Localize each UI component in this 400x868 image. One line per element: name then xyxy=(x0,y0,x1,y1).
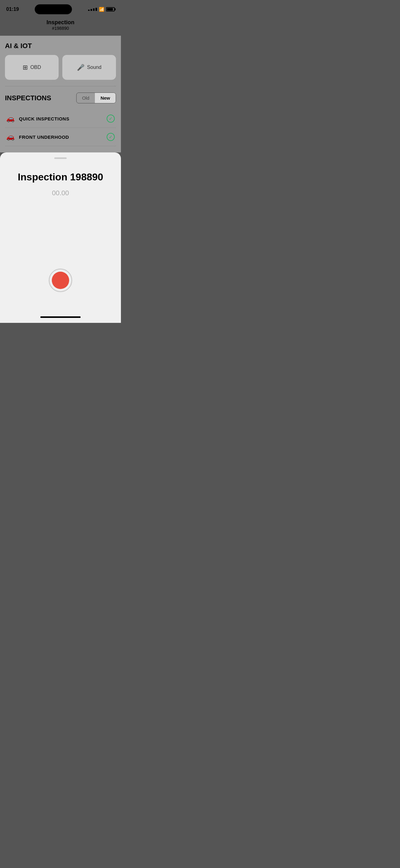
status-bar: 01:19 📶 xyxy=(0,0,121,17)
inspection-number: #198890 xyxy=(6,26,115,31)
new-toggle-button[interactable]: New xyxy=(95,93,116,103)
check-circle-front: ✓ xyxy=(107,133,115,141)
main-content: AI & IOT ⊞ OBD 🎤 Sound INSPECTIONS Old N… xyxy=(0,36,121,152)
record-button-inner xyxy=(52,272,69,289)
quick-inspections-item[interactable]: 🚗 QUICK INSPECTIONS ✓ xyxy=(5,110,116,128)
dynamic-island xyxy=(35,4,72,14)
check-circle-quick: ✓ xyxy=(107,115,115,123)
obd-label: OBD xyxy=(30,65,41,70)
signal-icon xyxy=(88,8,97,11)
page-title: Inspection xyxy=(6,19,115,26)
nav-header: Inspection #198890 xyxy=(0,17,121,36)
record-button[interactable] xyxy=(49,269,72,292)
old-toggle-button[interactable]: Old xyxy=(76,93,95,103)
old-new-toggle: Old New xyxy=(76,93,116,103)
inspections-header: INSPECTIONS Old New xyxy=(5,93,116,103)
sound-card[interactable]: 🎤 Sound xyxy=(62,55,116,80)
status-time: 01:19 xyxy=(6,6,19,12)
obd-icon: ⊞ xyxy=(23,64,28,71)
battery-icon xyxy=(106,7,115,11)
record-button-container xyxy=(49,269,72,292)
wifi-icon: 📶 xyxy=(99,7,104,12)
bottom-sheet: Inspection 198890 00.00 xyxy=(0,152,121,314)
home-bar xyxy=(40,316,80,318)
car-icon-front: 🚗 xyxy=(6,133,14,141)
sheet-handle xyxy=(54,157,67,159)
microphone-icon: 🎤 xyxy=(77,64,85,71)
status-icons: 📶 xyxy=(88,7,115,12)
ai-iot-section-title: AI & IOT xyxy=(5,42,116,50)
sound-label: Sound xyxy=(87,65,101,70)
home-indicator xyxy=(0,314,121,323)
ai-iot-grid: ⊞ OBD 🎤 Sound xyxy=(5,55,116,80)
front-underhood-label: FRONT UNDERHOOD xyxy=(19,134,102,140)
inspections-title: INSPECTIONS xyxy=(5,94,51,102)
section-divider xyxy=(5,86,116,86)
sheet-timer: 00.00 xyxy=(52,189,69,197)
car-icon-quick: 🚗 xyxy=(6,115,14,123)
front-underhood-item[interactable]: 🚗 FRONT UNDERHOOD ✓ xyxy=(5,128,116,146)
quick-inspections-label: QUICK INSPECTIONS xyxy=(19,116,102,121)
sheet-title: Inspection 198890 xyxy=(18,172,103,183)
obd-card[interactable]: ⊞ OBD xyxy=(5,55,59,80)
